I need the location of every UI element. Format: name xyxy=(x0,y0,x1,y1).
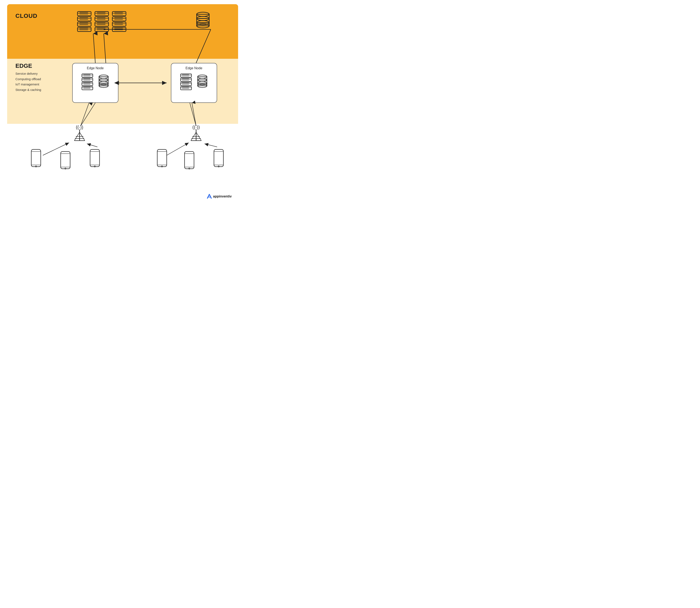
svg-rect-140 xyxy=(157,149,167,167)
cloud-server-3 xyxy=(111,11,127,34)
svg-line-112 xyxy=(204,144,217,147)
appinventiv-logo: appinventiv xyxy=(206,193,232,200)
edge-server-right xyxy=(180,73,192,91)
mobile-device-1 xyxy=(30,149,42,169)
edge-description: Service deliveryComputing offloadIoT man… xyxy=(16,71,41,92)
mobile-device-6 xyxy=(213,149,224,169)
cloud-server-1 xyxy=(76,11,92,34)
svg-line-108 xyxy=(87,144,97,147)
mobile-device-3 xyxy=(89,149,100,169)
cloud-label: CLOUD xyxy=(16,13,38,19)
svg-rect-128 xyxy=(31,149,41,167)
edge-node-right-label: Edge Node xyxy=(185,66,202,70)
svg-text:((·)): ((·)) xyxy=(192,125,200,130)
mobile-device-2 xyxy=(60,151,71,171)
edge-node-right: Edge Node xyxy=(171,63,217,103)
edge-node-left-icons xyxy=(81,73,109,91)
tower-left: ((·)) xyxy=(71,125,88,147)
edge-node-left-label: Edge Node xyxy=(87,66,104,70)
edge-label: EDGE xyxy=(16,62,32,69)
edge-server-left xyxy=(81,73,94,91)
svg-text:((·)): ((·)) xyxy=(76,125,83,130)
logo-icon xyxy=(206,193,212,200)
mobile-device-4 xyxy=(156,149,168,169)
cloud-server-2 xyxy=(94,11,110,34)
edge-db-left xyxy=(98,74,109,90)
svg-rect-136 xyxy=(90,149,99,167)
mobile-device-5 xyxy=(184,151,195,171)
logo-text: appinventiv xyxy=(213,194,232,198)
edge-node-right-icons xyxy=(180,73,208,91)
cloud-servers-group xyxy=(76,11,127,34)
edge-node-left: Edge Node xyxy=(72,63,118,103)
diagram-container: CLOUD EDGE Service deliveryComputing off… xyxy=(7,4,238,204)
tower-right: ((·)) xyxy=(188,125,204,147)
edge-db-right xyxy=(197,74,208,90)
svg-rect-132 xyxy=(61,152,70,169)
svg-rect-148 xyxy=(214,149,223,167)
svg-rect-144 xyxy=(185,152,194,169)
cloud-database xyxy=(195,11,211,31)
